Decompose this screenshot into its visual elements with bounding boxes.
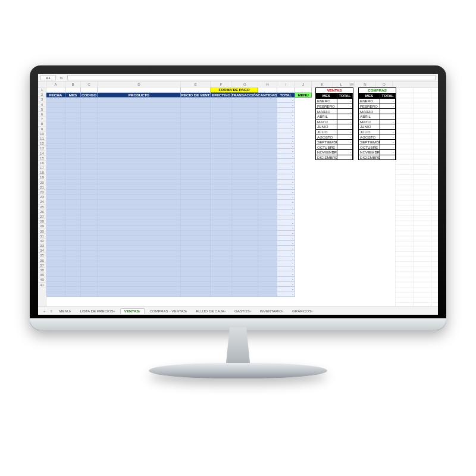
data-cell[interactable] <box>46 241 65 246</box>
data-cell[interactable] <box>211 164 232 170</box>
data-cell[interactable] <box>258 241 277 246</box>
data-cell[interactable] <box>232 215 258 221</box>
column-header-M[interactable]: M <box>350 82 355 87</box>
data-cell[interactable] <box>258 98 277 103</box>
row-header-23[interactable]: 23 <box>38 195 46 199</box>
data-cell[interactable] <box>211 236 232 241</box>
data-cell[interactable] <box>65 246 81 251</box>
empty-cell[interactable] <box>98 87 181 93</box>
data-cell[interactable] <box>46 149 65 154</box>
data-cell[interactable] <box>81 200 98 205</box>
row-header-27[interactable]: 27 <box>38 214 46 219</box>
total-cell[interactable]: - <box>277 154 295 159</box>
total-cell[interactable]: - <box>277 256 295 262</box>
month-total-cell[interactable]: - <box>380 129 396 134</box>
data-cell[interactable] <box>258 215 277 221</box>
row-header-6[interactable]: 6 <box>38 112 46 117</box>
data-cell[interactable] <box>81 282 98 287</box>
total-cell[interactable]: - <box>277 164 295 170</box>
data-cell[interactable] <box>98 133 181 139</box>
data-cell[interactable] <box>81 246 98 251</box>
data-cell[interactable] <box>65 108 81 113</box>
data-cell[interactable] <box>258 190 277 195</box>
formula-input[interactable] <box>67 75 436 80</box>
data-cell[interactable] <box>46 251 65 256</box>
data-cell[interactable] <box>258 292 277 298</box>
total-cell[interactable]: - <box>277 210 295 215</box>
select-all-corner[interactable] <box>38 82 46 87</box>
total-cell[interactable]: - <box>277 108 295 113</box>
data-cell[interactable] <box>258 267 277 272</box>
month-cell[interactable]: MARZO <box>359 108 380 114</box>
month-total-cell[interactable]: - <box>380 134 396 139</box>
total-cell[interactable]: - <box>277 277 295 282</box>
data-cell[interactable] <box>81 103 98 108</box>
data-cell[interactable] <box>258 210 277 215</box>
data-cell[interactable] <box>81 292 98 298</box>
data-cell[interactable] <box>65 103 81 108</box>
data-cell[interactable] <box>181 174 211 180</box>
month-cell[interactable]: NOVIEMBRE <box>316 149 337 155</box>
data-cell[interactable] <box>232 267 258 272</box>
data-cell[interactable] <box>65 267 81 272</box>
data-cell[interactable] <box>46 103 65 108</box>
data-cell[interactable] <box>232 123 258 129</box>
data-cell[interactable] <box>65 215 81 221</box>
row-header-17[interactable]: 17 <box>38 165 46 170</box>
row-header-28[interactable]: 28 <box>38 219 46 224</box>
data-cell[interactable] <box>232 129 258 134</box>
data-cell[interactable] <box>232 190 258 195</box>
data-cell[interactable] <box>181 251 211 256</box>
data-cell[interactable] <box>98 287 181 292</box>
data-cell[interactable] <box>81 98 98 103</box>
month-total-cell[interactable]: - <box>337 139 353 145</box>
total-cell[interactable]: - <box>277 246 295 251</box>
month-cell[interactable]: NOVIEMBRE <box>359 149 380 155</box>
total-cell[interactable]: - <box>277 261 295 267</box>
data-cell[interactable] <box>98 103 181 108</box>
data-cell[interactable] <box>98 180 181 185</box>
data-cell[interactable] <box>181 195 211 200</box>
empty-cell[interactable] <box>65 87 81 93</box>
data-cell[interactable] <box>81 241 98 246</box>
data-cell[interactable] <box>258 236 277 241</box>
data-cell[interactable] <box>258 200 277 205</box>
month-total-cell[interactable]: - <box>337 145 353 150</box>
data-cell[interactable] <box>81 129 98 134</box>
data-cell[interactable] <box>232 108 258 113</box>
empty-cell[interactable] <box>258 87 277 93</box>
data-cell[interactable] <box>65 292 81 298</box>
row-header-30[interactable]: 30 <box>38 228 46 233</box>
data-cell[interactable] <box>258 129 277 134</box>
data-cell[interactable] <box>211 180 232 185</box>
sheet-tab-gastos[interactable]: GASTOS <box>231 308 255 314</box>
data-cell[interactable] <box>232 287 258 292</box>
data-cell[interactable] <box>211 251 232 256</box>
data-cell[interactable] <box>181 123 211 129</box>
column-headers[interactable]: ABCDEFGHIJKLMNO <box>46 82 438 87</box>
data-cell[interactable] <box>211 246 232 251</box>
data-cell[interactable] <box>98 256 181 262</box>
data-cell[interactable] <box>65 195 81 200</box>
data-cell[interactable] <box>258 133 277 139</box>
data-cell[interactable] <box>181 220 211 226</box>
data-cell[interactable] <box>81 236 98 241</box>
data-cell[interactable] <box>98 292 181 298</box>
data-cell[interactable] <box>81 144 98 149</box>
data-cell[interactable] <box>232 200 258 205</box>
data-cell[interactable] <box>232 220 258 226</box>
data-cell[interactable] <box>65 220 81 226</box>
data-cell[interactable] <box>65 133 81 139</box>
column-header-O[interactable]: O <box>376 82 393 87</box>
data-cell[interactable] <box>211 113 232 118</box>
data-cell[interactable] <box>65 200 81 205</box>
data-cell[interactable] <box>258 282 277 287</box>
row-header-19[interactable]: 19 <box>38 175 46 180</box>
month-total-cell[interactable]: - <box>380 114 396 119</box>
data-cell[interactable] <box>232 133 258 139</box>
data-cell[interactable] <box>46 261 65 267</box>
sheet-tab-lista-de-precios[interactable]: LISTA DE PRECIOS <box>76 308 118 314</box>
total-cell[interactable]: - <box>277 149 295 154</box>
total-cell[interactable]: - <box>277 190 295 195</box>
data-cell[interactable] <box>98 118 181 124</box>
